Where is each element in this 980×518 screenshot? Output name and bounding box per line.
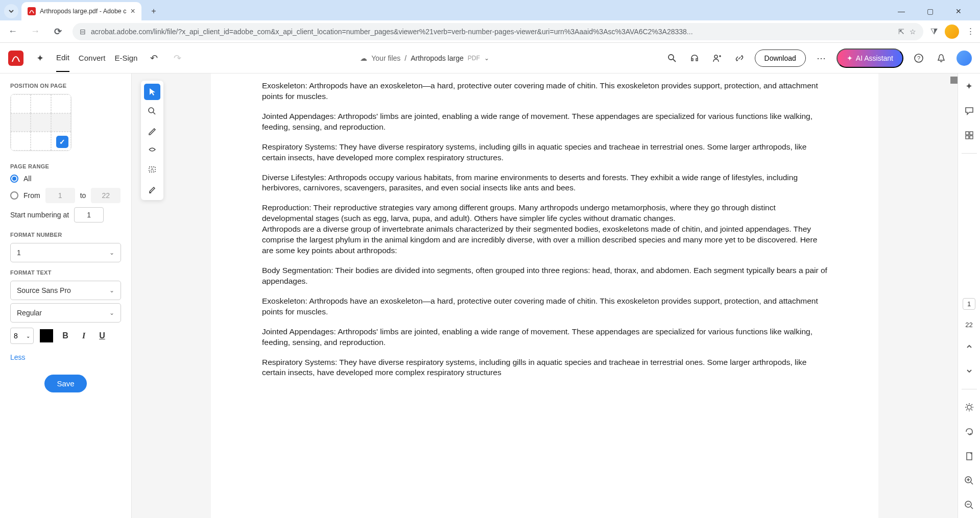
pos-mid-right[interactable] — [51, 113, 71, 132]
comment-panel-icon[interactable] — [963, 104, 976, 117]
select-tool-icon[interactable] — [144, 84, 160, 100]
doc-paragraph: Jointed Appendages: Arthropods' limbs ar… — [262, 111, 827, 133]
edit-tab[interactable]: Edit — [56, 53, 69, 72]
pos-bot-left[interactable] — [11, 132, 31, 151]
bell-icon[interactable] — [934, 51, 948, 65]
profile-avatar-icon[interactable] — [945, 24, 959, 39]
doc-page[interactable]: Exoskeleton: Arthropods have an exoskele… — [211, 73, 878, 518]
window-controls: — ▢ ✕ — [890, 4, 976, 19]
save-button[interactable]: Save — [44, 375, 86, 392]
grid-panel-icon[interactable] — [963, 129, 976, 142]
pos-top-right[interactable] — [51, 94, 71, 113]
svg-rect-7 — [966, 132, 969, 135]
add-user-icon[interactable] — [710, 51, 724, 65]
sparkle-panel-icon[interactable]: ✦ — [963, 80, 976, 93]
underline-button[interactable]: U — [96, 330, 108, 342]
reload-button[interactable]: ⟳ — [50, 24, 65, 39]
font-family-select[interactable]: Source Sans Pro ⌄ — [10, 281, 121, 300]
sparkle-icon: ✦ — [847, 54, 853, 62]
svg-rect-10 — [970, 136, 973, 139]
lasso-tool-icon[interactable] — [144, 142, 160, 158]
forward-button[interactable]: → — [28, 24, 43, 39]
convert-tab[interactable]: Convert — [79, 54, 106, 62]
help-icon[interactable]: ? — [912, 51, 926, 65]
zoom-in-icon[interactable] — [963, 474, 976, 487]
browser-menu-icon[interactable]: ⋮ — [966, 26, 975, 37]
range-from-input[interactable] — [45, 188, 75, 203]
svg-rect-9 — [966, 136, 969, 139]
ai-assistant-button[interactable]: ✦ AI Assistant — [836, 48, 903, 68]
download-button[interactable]: Download — [755, 50, 806, 67]
close-window-button[interactable]: ✕ — [947, 4, 970, 19]
address-icons: ⧩ ⋮ — [930, 24, 975, 39]
bookmark-icon[interactable]: ☆ — [910, 28, 916, 36]
page-up-icon[interactable] — [963, 340, 976, 353]
chevron-down-icon[interactable]: ⌄ — [484, 55, 489, 62]
close-icon[interactable]: × — [131, 7, 135, 16]
user-avatar-icon[interactable] — [957, 51, 972, 66]
range-to-input[interactable] — [91, 188, 121, 203]
new-tab-button[interactable]: + — [147, 4, 161, 18]
brightness-icon[interactable] — [963, 401, 976, 414]
pos-bot-center[interactable] — [31, 132, 51, 151]
tabs-dropdown-icon[interactable] — [4, 4, 18, 18]
pos-top-center[interactable] — [31, 94, 51, 113]
radio-all[interactable] — [10, 175, 18, 183]
undo-icon[interactable]: ↶ — [147, 51, 161, 65]
text-box-tool-icon[interactable]: A — [144, 161, 160, 178]
pos-top-left[interactable] — [11, 94, 31, 113]
esign-tab[interactable]: E-Sign — [114, 54, 137, 62]
font-weight-select[interactable]: Regular ⌄ — [10, 303, 121, 323]
doc-paragraph: Body Segmentation: Their bodies are divi… — [262, 265, 827, 287]
redo-icon[interactable]: ↷ — [170, 51, 184, 65]
page-down-icon[interactable] — [963, 364, 976, 378]
app-toolbar: ✦ Edit Convert E-Sign ↶ ↷ ☁ Your files /… — [0, 43, 980, 73]
start-numbering-row: Start numbering at — [10, 207, 121, 223]
svg-rect-8 — [970, 132, 973, 135]
italic-button[interactable]: I — [78, 330, 90, 342]
font-size-select[interactable]: 8 ⌄ — [10, 328, 34, 344]
breadcrumb-root[interactable]: Your files — [371, 54, 400, 62]
site-info-icon[interactable]: ⊟ — [80, 28, 86, 36]
minimize-button[interactable]: — — [890, 4, 913, 19]
less-link[interactable]: Less — [10, 353, 26, 361]
radio-from-label: From — [23, 191, 40, 200]
fit-page-icon[interactable] — [963, 450, 976, 463]
back-button[interactable]: ← — [5, 24, 20, 39]
current-page[interactable]: 1 — [963, 298, 975, 310]
doc-paragraph: Respiratory Systems: They have diverse r… — [262, 142, 827, 163]
search-icon[interactable] — [665, 51, 679, 65]
highlight-tool-icon[interactable] — [144, 181, 160, 197]
color-picker[interactable] — [40, 329, 53, 342]
doc-paragraph: Exoskeleton: Arthropods have an exoskele… — [262, 296, 827, 317]
more-options-icon[interactable]: ⋯ — [814, 51, 828, 65]
scroll-thumb[interactable] — [950, 77, 958, 84]
extensions-icon[interactable]: ⧩ — [930, 27, 938, 37]
start-value-input[interactable] — [74, 207, 104, 223]
address-bar: ← → ⟳ ⊟ acrobat.adobe.com/link/file/?x_a… — [0, 20, 980, 43]
url-bar[interactable]: ⊟ acrobat.adobe.com/link/file/?x_api_cli… — [73, 23, 923, 40]
acrobat-logo-icon[interactable] — [8, 51, 23, 66]
install-app-icon[interactable]: ⇱ — [898, 28, 904, 36]
radio-from[interactable] — [10, 191, 18, 200]
pos-mid-center[interactable] — [31, 113, 51, 132]
breadcrumb: ☁ Your files / Arthropods large PDF ⌄ — [194, 54, 655, 62]
pos-bot-right[interactable] — [51, 132, 71, 151]
doc-paragraph: Jointed Appendages: Arthropods' limbs ar… — [262, 327, 827, 348]
pos-mid-left[interactable] — [11, 113, 31, 132]
zoom-tool-icon[interactable] — [144, 103, 160, 119]
bold-button[interactable]: B — [59, 330, 71, 342]
cloud-icon: ☁ — [360, 54, 367, 62]
browser-tab[interactable]: Arthropods large.pdf - Adobe c × — [21, 2, 141, 20]
link-icon[interactable] — [732, 51, 747, 65]
zoom-out-icon[interactable] — [963, 499, 976, 512]
format-number-label: FORMAT NUMBER — [10, 232, 121, 238]
format-number-select[interactable]: 1 ⌄ — [10, 243, 121, 262]
star-tools-icon[interactable]: ✦ — [33, 51, 47, 65]
left-panel: POSITION ON PAGE PAGE RANGE All From — [0, 73, 132, 518]
pencil-tool-icon[interactable] — [144, 122, 160, 139]
url-text: acrobat.adobe.com/link/file/?x_api_clien… — [91, 28, 893, 36]
headphones-icon[interactable] — [687, 51, 702, 65]
rotate-icon[interactable] — [963, 425, 976, 438]
maximize-button[interactable]: ▢ — [919, 4, 941, 19]
